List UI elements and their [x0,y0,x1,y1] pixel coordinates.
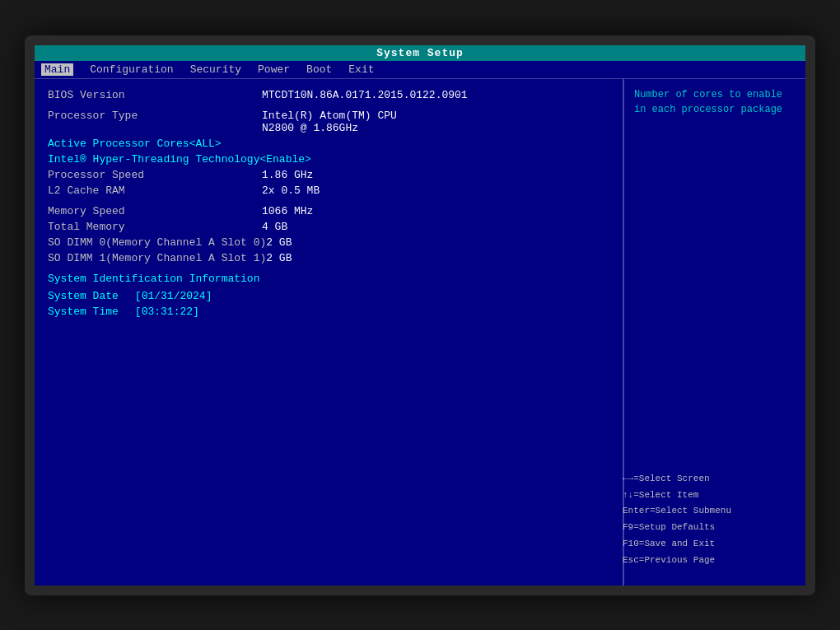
processor-type-row: Processor Type Intel(R) Atom(TM) CPU N28… [48,110,609,134]
help-panel: Number of cores to enable in each proces… [624,79,805,586]
hyperthreading-value[interactable]: <Enable> [259,153,310,166]
system-date-label: System Date [48,290,119,302]
bios-version-value: MTCDT10N.86A.0171.2015.0122.0901 [262,89,468,101]
shortcut-select-screen: ←→=Select Screen [623,471,796,488]
menu-security[interactable]: Security [190,63,241,76]
l2-cache-value: 2x 0.5 MB [262,184,320,197]
shortcuts-container: ←→=Select Screen ↑↓=Select Item Enter=Se… [623,471,796,569]
bios-title: System Setup [376,47,464,59]
system-date-row: System Date [01/31/2024] [48,290,609,302]
memory-speed-label: Memory Speed [48,205,262,217]
bios-screen: System Setup Main Configuration Security… [35,45,805,586]
total-memory-label: Total Memory [48,221,262,233]
monitor-bezel: System Setup Main Configuration Security… [25,35,815,595]
menu-bar[interactable]: Main Configuration Security Power Boot E… [35,61,805,79]
active-cores-value[interactable]: <ALL> [189,138,222,150]
shortcut-previous-page: Esc=Previous Page [623,553,796,569]
processor-speed-label: Processor Speed [48,169,262,181]
content-area: BIOS Version MTCDT10N.86A.0171.2015.0122… [35,79,805,586]
hyperthreading-label: Intel® Hyper-Threading Technology [48,153,259,166]
shortcut-setup-defaults: F9=Setup Defaults [623,520,796,536]
help-description: Number of cores to enable in each proces… [634,87,796,117]
shortcut-select-item: ↑↓=Select Item [623,488,796,504]
system-date-value[interactable]: [01/31/2024] [135,290,212,302]
processor-speed-row: Processor Speed 1.86 GHz [48,169,609,181]
sodimm0-row: SO DIMM 0(Memory Channel A Slot 0) 2 GB [48,236,609,249]
menu-power[interactable]: Power [258,63,290,76]
menu-configuration[interactable]: Configuration [90,63,173,76]
processor-type-label: Processor Type [48,110,262,122]
l2-cache-row: L2 Cache RAM 2x 0.5 MB [48,184,609,197]
total-memory-row: Total Memory 4 GB [48,221,609,233]
processor-speed-value: 1.86 GHz [262,169,313,181]
memory-speed-row: Memory Speed 1066 MHz [48,205,609,217]
main-panel: BIOS Version MTCDT10N.86A.0171.2015.0122… [35,79,624,586]
shortcut-select-submenu: Enter=Select Submenu [623,503,796,520]
system-time-row: System Time [03:31:22] [48,306,609,318]
memory-speed-value: 1066 MHz [262,205,313,217]
sodimm1-value: 2 GB [266,252,292,264]
active-cores-label: Active Processor Cores [48,138,189,150]
shortcut-save-exit: F10=Save and Exit [623,536,796,553]
sodimm0-value: 2 GB [266,236,292,249]
bios-version-row: BIOS Version MTCDT10N.86A.0171.2015.0122… [48,89,609,101]
l2-cache-label: L2 Cache RAM [48,184,262,197]
sodimm1-label: SO DIMM 1(Memory Channel A Slot 1) [48,252,266,264]
menu-main[interactable]: Main [41,63,73,76]
menu-boot[interactable]: Boot [306,63,332,76]
system-time-label: System Time [48,306,119,318]
total-memory-value: 4 GB [262,221,287,233]
system-id-section-title: System Identification Information [48,273,609,285]
sodimm1-row: SO DIMM 1(Memory Channel A Slot 1) 2 GB [48,252,609,264]
processor-type-value: Intel(R) Atom(TM) CPU N2800 @ 1.86GHz [262,110,397,134]
bios-version-label: BIOS Version [48,89,262,101]
menu-exit[interactable]: Exit [348,63,374,76]
help-panel-wrapper: Number of cores to enable in each proces… [634,87,796,577]
active-cores-row: Active Processor Cores <ALL> [48,138,609,150]
processor-type-line2: N2800 @ 1.86GHz [262,122,397,134]
processor-type-line1: Intel(R) Atom(TM) CPU [262,110,397,122]
system-time-value[interactable]: [03:31:22] [135,306,199,318]
hyperthreading-row: Intel® Hyper-Threading Technology <Enabl… [48,153,609,166]
sodimm0-label: SO DIMM 0(Memory Channel A Slot 0) [48,236,266,249]
title-bar: System Setup [35,45,805,61]
